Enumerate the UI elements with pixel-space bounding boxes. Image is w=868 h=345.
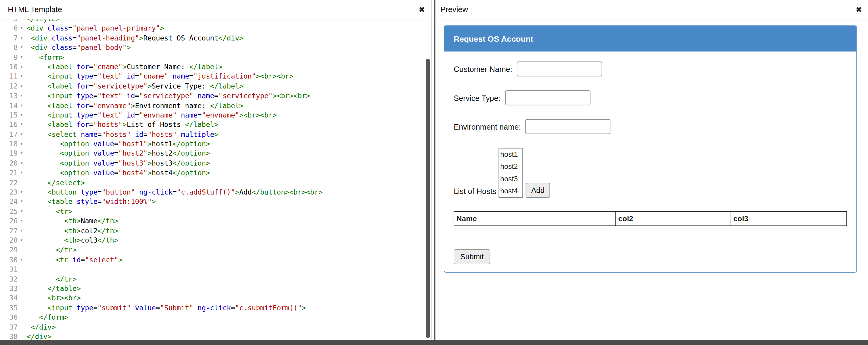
- line-number: 34: [0, 293, 18, 303]
- fold-arrow-icon[interactable]: ▾: [18, 91, 26, 101]
- code-editor[interactable]: 5</style>6▾<div class="panel panel-prima…: [0, 19, 431, 340]
- fold-arrow-icon[interactable]: ▾: [18, 236, 26, 245]
- fold-arrow-icon[interactable]: ▾: [18, 226, 26, 236]
- fold-arrow-icon[interactable]: ▾: [18, 52, 26, 62]
- code-line[interactable]: 22 </select>: [0, 178, 431, 187]
- code-line[interactable]: 15▾ <input type="text" id="envname" name…: [0, 110, 431, 120]
- code-line[interactable]: 7▾ <div class="panel-heading">Request OS…: [0, 33, 431, 43]
- code-line[interactable]: 21▾ <option value="host4">host4</option>: [0, 168, 431, 178]
- code-line[interactable]: 9▾ <form>: [0, 52, 431, 62]
- host-option[interactable]: host1: [499, 149, 523, 161]
- fold-arrow-icon[interactable]: ▾: [18, 207, 26, 216]
- fold-arrow-icon[interactable]: ▾: [18, 149, 26, 158]
- code-line[interactable]: 6▾<div class="panel panel-primary">: [0, 24, 431, 33]
- close-icon[interactable]: ✖: [856, 6, 862, 13]
- code-line[interactable]: 33 </table>: [0, 284, 431, 293]
- horizontal-scrollbar[interactable]: [0, 340, 868, 345]
- code-line[interactable]: 11▾ <input type="text" id="cname" name="…: [0, 72, 431, 81]
- fold-arrow-icon[interactable]: ▾: [18, 33, 26, 43]
- fold-spacer: [18, 264, 26, 274]
- code-line[interactable]: 8▾ <div class="panel-body">: [0, 43, 431, 53]
- line-number: 38: [0, 332, 18, 340]
- fold-arrow-icon[interactable]: ▾: [18, 216, 26, 226]
- add-button[interactable]: Add: [526, 183, 550, 198]
- fold-arrow-icon[interactable]: ▾: [18, 81, 26, 91]
- code-text: <option value="host4">host4</option>: [25, 168, 210, 178]
- fold-arrow-icon[interactable]: ▾: [18, 168, 26, 178]
- code-text: <form>: [25, 52, 64, 62]
- code-line[interactable]: 36 </form>: [0, 313, 431, 322]
- code-line[interactable]: 17▾ <select name="hosts" id="hosts" mult…: [0, 130, 431, 139]
- fold-arrow-icon[interactable]: ▾: [18, 187, 26, 197]
- code-line[interactable]: 23▾ <button type="button" ng-click="c.ad…: [0, 187, 431, 197]
- code-text: </div>: [25, 322, 56, 332]
- customer-name-row: Customer Name:: [454, 62, 847, 77]
- line-number: 16: [0, 120, 18, 130]
- preview-pane: Preview ✖ Request OS Account Customer Na…: [434, 0, 868, 345]
- fold-arrow-icon[interactable]: ▾: [18, 139, 26, 149]
- code-text: </tr>: [25, 245, 76, 255]
- code-text: <th>col2</th>: [25, 226, 118, 236]
- line-number: 30: [0, 255, 18, 264]
- code-text: <option value="host3">host3</option>: [25, 158, 210, 168]
- code-line[interactable]: 35 <input type="submit" value="Submit" n…: [0, 303, 431, 313]
- submit-button[interactable]: Submit: [454, 249, 490, 264]
- code-text: <label for="servicetype">Service Type: <…: [25, 81, 243, 91]
- code-line[interactable]: 37 </div>: [0, 322, 431, 332]
- fold-arrow-icon[interactable]: ▾: [18, 255, 26, 264]
- fold-arrow-icon[interactable]: ▾: [18, 62, 26, 72]
- line-number: 25: [0, 207, 18, 216]
- fold-arrow-icon[interactable]: ▾: [18, 43, 26, 53]
- code-line[interactable]: 5</style>: [0, 19, 431, 23]
- fold-arrow-icon[interactable]: ▾: [18, 197, 26, 207]
- fold-arrow-icon[interactable]: ▾: [18, 120, 26, 130]
- code-line[interactable]: 13▾ <input type="text" id="servicetype" …: [0, 91, 431, 101]
- code-line[interactable]: 29 </tr>: [0, 245, 431, 255]
- line-number: 17: [0, 130, 18, 139]
- line-number: 29: [0, 245, 18, 255]
- host-option[interactable]: host3: [499, 173, 523, 185]
- code-line[interactable]: 24▾ <table style="width:100%">: [0, 197, 431, 207]
- code-line[interactable]: 34 <br><br>: [0, 293, 431, 303]
- code-text: <select name="hosts" id="hosts" multiple…: [25, 130, 218, 139]
- environment-name-input[interactable]: [525, 119, 610, 134]
- service-type-input[interactable]: [505, 90, 590, 105]
- code-line[interactable]: 32 </tr>: [0, 274, 431, 284]
- code-line[interactable]: 25▾ <tr>: [0, 207, 431, 216]
- close-icon[interactable]: ✖: [419, 6, 425, 13]
- editor-scrollbar-thumb[interactable]: [426, 59, 430, 338]
- table-header-col3: col3: [731, 212, 847, 226]
- fold-arrow-icon[interactable]: ▾: [18, 101, 26, 110]
- code-text: <input type="text" id="envname" name="en…: [25, 110, 277, 120]
- list-of-hosts-label: List of Hosts: [454, 187, 496, 195]
- host-option[interactable]: host4: [499, 185, 523, 197]
- code-line[interactable]: 16▾ <label for="hosts">List of Hosts </l…: [0, 120, 431, 130]
- fold-arrow-icon[interactable]: ▾: [18, 158, 26, 168]
- fold-arrow-icon[interactable]: ▾: [18, 72, 26, 81]
- fold-spacer: [18, 274, 26, 284]
- code-text: <div class="panel-body">: [25, 43, 131, 53]
- fold-spacer: [18, 303, 26, 313]
- code-line[interactable]: 26▾ <th>Name</th>: [0, 216, 431, 226]
- table-header-name: Name: [454, 212, 616, 226]
- fold-arrow-icon[interactable]: ▾: [18, 110, 26, 120]
- code-text: <button type="button" ng-click="c.addStu…: [25, 187, 322, 197]
- code-line[interactable]: 28▾ <th>col3</th>: [0, 236, 431, 245]
- fold-arrow-icon[interactable]: ▾: [18, 130, 26, 139]
- pane-divider[interactable]: [432, 0, 434, 345]
- hosts-select[interactable]: host1host2host3host4: [499, 148, 523, 198]
- code-line[interactable]: 30▾ <tr id="select">: [0, 255, 431, 264]
- code-line[interactable]: 12▾ <label for="servicetype">Service Typ…: [0, 81, 431, 91]
- code-line[interactable]: 31: [0, 264, 431, 274]
- code-line[interactable]: 10▾ <label for="cname">Customer Name: </…: [0, 62, 431, 72]
- code-line[interactable]: 14▾ <label for="envname">Environment nam…: [0, 101, 431, 110]
- fold-arrow-icon[interactable]: ▾: [18, 24, 26, 33]
- customer-name-input[interactable]: [517, 62, 602, 77]
- service-type-label: Service Type:: [454, 93, 500, 102]
- code-line[interactable]: 20▾ <option value="host3">host3</option>: [0, 158, 431, 168]
- code-line[interactable]: 38</div>: [0, 332, 431, 340]
- code-line[interactable]: 19▾ <option value="host2">host2</option>: [0, 149, 431, 158]
- code-line[interactable]: 27▾ <th>col2</th>: [0, 226, 431, 236]
- code-line[interactable]: 18▾ <option value="host1">host1</option>: [0, 139, 431, 149]
- host-option[interactable]: host2: [499, 161, 523, 173]
